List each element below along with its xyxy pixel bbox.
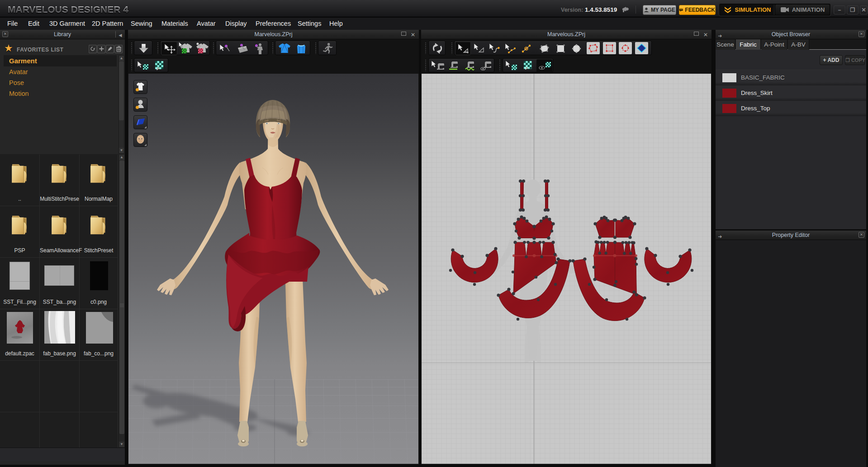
svg-text:P: P: [525, 66, 528, 71]
svg-text:P: P: [157, 66, 159, 71]
